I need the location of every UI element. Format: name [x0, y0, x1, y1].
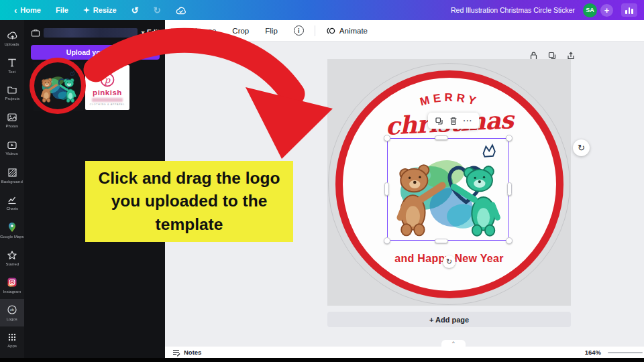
resize-handle-nw[interactable]	[384, 135, 390, 141]
more-options-button[interactable]: ···	[464, 117, 473, 125]
annotation-text: Click and drag the logo you uploaded to …	[95, 167, 284, 236]
file-menu[interactable]: File	[48, 0, 76, 20]
file-label: File	[56, 6, 68, 14]
sidebar-item-uploads[interactable]: Uploads	[0, 24, 24, 52]
app-window: ‹ Home File Resize ↺ ↻ Red Illustration …	[0, 0, 644, 362]
insights-button[interactable]	[621, 3, 637, 17]
sidebar-item-charts[interactable]: Charts	[0, 189, 24, 217]
apps-grid-icon	[7, 333, 17, 342]
brand-name-redacted	[44, 28, 138, 38]
pinkish-logo-name: pinkish	[93, 88, 122, 97]
duplicate-element-button[interactable]	[435, 117, 443, 125]
info-icon: i	[294, 25, 304, 36]
resize-button[interactable]: Resize	[76, 0, 124, 20]
logos-icon: cb	[7, 304, 17, 315]
sidebar-item-background[interactable]: Background	[0, 162, 24, 189]
background-icon	[7, 168, 17, 178]
bears-logo-image	[38, 68, 79, 105]
selected-logo-image[interactable]	[387, 138, 509, 241]
design-title[interactable]: Red Illustration Christmas Circle Sticke…	[451, 6, 575, 14]
plus-icon: +	[604, 5, 610, 15]
resize-handle-w[interactable]	[384, 182, 389, 196]
logo-thumbnail-pinkish[interactable]: p pinkish CLOTHING & APPAREL	[85, 65, 129, 110]
toolbar-divider	[315, 25, 315, 36]
resize-handle-ne[interactable]	[506, 135, 513, 141]
notes-label: Notes	[184, 349, 201, 356]
sidebar-item-logos[interactable]: cb Logos	[0, 299, 24, 326]
upload-cloud-icon	[7, 30, 18, 40]
save-status-button[interactable]	[168, 0, 194, 20]
object-sidebar: Uploads Text Projects Photos	[0, 20, 24, 358]
shuffle-icon: ↻	[578, 143, 585, 153]
home-label: Home	[20, 6, 41, 14]
sidebar-item-projects[interactable]: Projects	[0, 79, 24, 107]
sidebar-item-videos[interactable]: Videos	[0, 134, 24, 162]
animate-button[interactable]: Animate	[321, 20, 373, 42]
info-button[interactable]: i	[288, 20, 309, 42]
context-toolbar: Edit image Crop Flip i Animate	[165, 20, 644, 42]
add-page-button[interactable]: + Add page	[327, 312, 571, 327]
home-button[interactable]: ‹ Home	[7, 0, 48, 20]
brand-edit-button[interactable]: ∨ Edit	[141, 29, 160, 36]
annotation-callout: Click and drag the logo you uploaded to …	[85, 161, 293, 242]
text-icon	[7, 58, 17, 68]
back-icon: ‹	[14, 6, 17, 15]
notes-icon	[172, 349, 180, 357]
sidebar-item-instagram[interactable]: Instagram	[0, 272, 24, 299]
delete-element-button[interactable]	[449, 117, 458, 125]
letterbox-strip	[0, 358, 644, 362]
logo-thumbnail-bears[interactable]	[34, 62, 83, 111]
status-bar: Notes 164%	[165, 347, 644, 358]
resize-handle-se[interactable]	[506, 237, 513, 244]
resize-handle-sw[interactable]	[384, 237, 390, 244]
notes-button[interactable]: Notes	[172, 349, 201, 357]
duplicate-icon	[435, 117, 443, 125]
more-icon: ···	[464, 117, 473, 125]
zoom-slider[interactable]	[608, 352, 643, 353]
top-bar: ‹ Home File Resize ↺ ↻ Red Illustration …	[0, 0, 644, 20]
rotate-icon: ↻	[446, 257, 452, 266]
google-maps-icon	[7, 222, 17, 233]
photo-icon	[7, 113, 17, 122]
resize-handle-e[interactable]	[507, 182, 512, 196]
bar-chart-icon	[625, 10, 627, 14]
collapse-statusbar-tab[interactable]: ^	[441, 340, 466, 347]
redo-icon: ↻	[154, 6, 161, 15]
sidebar-item-photos[interactable]: Photos	[0, 107, 24, 134]
upload-logo-button[interactable]: Upload your logo	[31, 45, 160, 60]
undo-button[interactable]: ↺	[124, 0, 146, 20]
pinkish-tagline: CLOTHING & APPAREL	[90, 103, 125, 106]
cloud-check-icon	[176, 6, 186, 15]
pinkish-logo-mark: p	[99, 72, 115, 88]
sidebar-item-starred[interactable]: Starred	[0, 244, 24, 272]
edit-image-button[interactable]: Edit image	[174, 20, 221, 42]
sidebar-item-text[interactable]: Text	[0, 52, 24, 79]
avatar[interactable]: SA	[583, 3, 597, 17]
rotate-handle[interactable]: ↻	[443, 255, 455, 268]
sidebar-item-apps[interactable]: Apps	[0, 326, 24, 354]
flip-button[interactable]: Flip	[260, 20, 283, 42]
undo-icon: ↺	[131, 6, 139, 15]
zoom-level: 164%	[585, 349, 601, 356]
design-page[interactable]: MERRY christmas and Happy New Year	[327, 59, 571, 306]
pinkish-redacted-line	[92, 98, 123, 102]
brand-kit-icon	[31, 29, 40, 37]
video-icon	[7, 141, 17, 149]
resize-handle-s[interactable]	[435, 239, 448, 243]
chevron-down-icon: ∨	[141, 29, 145, 36]
brand-kit-row[interactable]: ∨ Edit	[31, 27, 160, 38]
svg-text:MERRY: MERRY	[419, 91, 480, 109]
folder-icon	[7, 85, 17, 95]
element-quick-toolbar: ···	[428, 113, 479, 129]
instagram-icon	[7, 277, 17, 288]
resize-handle-n[interactable]	[435, 135, 448, 140]
caret-up-icon: ^	[452, 341, 455, 346]
bears-illustration	[387, 138, 509, 241]
add-member-button[interactable]: +	[600, 4, 613, 17]
redo-button[interactable]: ↻	[146, 0, 168, 20]
sidebar-item-google-maps[interactable]: Google Maps	[0, 217, 24, 244]
svg-text:cb: cb	[10, 308, 14, 312]
star-icon	[7, 250, 17, 260]
crop-button[interactable]: Crop	[227, 20, 254, 42]
style-shuffle-button[interactable]: ↻	[573, 139, 590, 156]
